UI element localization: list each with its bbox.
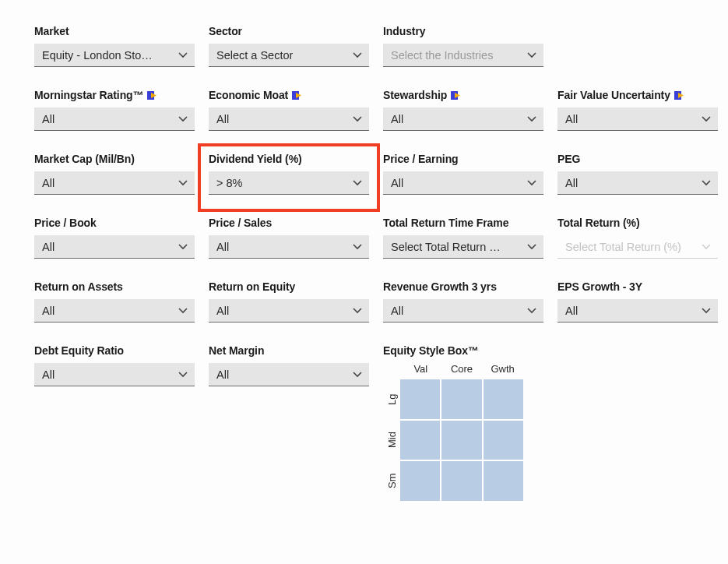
field-label-text: Net Margin bbox=[209, 344, 264, 357]
chevron-down-icon bbox=[352, 243, 363, 251]
price-book-select[interactable]: All bbox=[34, 235, 195, 259]
economic-moat-select[interactable]: All bbox=[209, 108, 369, 131]
field-total-return-timeframe: Total Return Time FrameSelect Total Retu… bbox=[383, 217, 543, 259]
field-sector: SectorSelect a Sector bbox=[209, 25, 369, 67]
field-market: MarketEquity - London Sto… bbox=[34, 25, 195, 67]
filter-grid: MarketEquity - London Sto…SectorSelect a… bbox=[34, 25, 694, 501]
sector-select[interactable]: Select a Sector bbox=[209, 44, 369, 67]
field-label-text: EPS Growth - 3Y bbox=[557, 280, 642, 293]
style-box-cell-mid-gwth[interactable] bbox=[484, 421, 523, 460]
field-label-text: Return on Assets bbox=[34, 280, 123, 293]
field-label-text: Market Cap (Mil/Bn) bbox=[34, 153, 135, 165]
field-label: Morningstar Rating™ bbox=[34, 89, 195, 101]
chevron-down-icon bbox=[526, 307, 537, 315]
style-box-cell-mid-val[interactable] bbox=[400, 421, 440, 460]
select-value: All bbox=[42, 177, 55, 189]
field-label: Total Return (%) bbox=[557, 217, 718, 229]
stewardship-select[interactable]: All bbox=[383, 108, 543, 131]
field-label: Fair Value Uncertainty bbox=[557, 89, 718, 101]
market-cap-select[interactable]: All bbox=[34, 171, 195, 195]
morningstar-rating-select[interactable]: All bbox=[34, 108, 195, 131]
select-value: All bbox=[216, 305, 229, 317]
revenue-growth-select[interactable]: All bbox=[383, 299, 543, 323]
field-label: Market Cap (Mil/Bn) bbox=[34, 153, 195, 165]
chevron-down-icon bbox=[701, 307, 712, 315]
select-value: All bbox=[565, 113, 578, 125]
style-box: ValCoreGwthLgMidSm bbox=[383, 363, 523, 501]
field-morningstar-rating: Morningstar Rating™All bbox=[34, 89, 195, 131]
style-box-row-header: Lg bbox=[383, 379, 400, 420]
chevron-down-icon bbox=[178, 243, 188, 251]
field-return-on-assets: Return on AssetsAll bbox=[34, 280, 195, 323]
chevron-down-icon bbox=[352, 51, 363, 59]
style-box-cell-lg-core[interactable] bbox=[441, 379, 481, 419]
dividend-yield-select[interactable]: > 8% bbox=[209, 171, 369, 195]
field-label: Return on Equity bbox=[209, 280, 369, 293]
field-label: Equity Style Box™ bbox=[383, 344, 543, 357]
field-label-text: PEG bbox=[557, 153, 580, 165]
peg-select[interactable]: All bbox=[557, 171, 718, 195]
field-price-earning: Price / EarningAll bbox=[383, 153, 543, 195]
field-return-on-equity: Return on EquityAll bbox=[209, 280, 369, 323]
field-label-text: Price / Earning bbox=[383, 153, 459, 165]
field-label: Price / Earning bbox=[383, 153, 543, 165]
chevron-down-icon bbox=[526, 51, 537, 59]
field-economic-moat: Economic MoatAll bbox=[209, 89, 369, 131]
field-revenue-growth: Revenue Growth 3 yrsAll bbox=[383, 280, 543, 323]
market-select[interactable]: Equity - London Sto… bbox=[34, 44, 195, 67]
style-box-grid bbox=[400, 379, 523, 501]
debt-equity-select[interactable]: All bbox=[34, 363, 195, 386]
style-box-cell-sm-core[interactable] bbox=[441, 461, 481, 501]
field-label-text: Sector bbox=[209, 25, 242, 37]
return-on-assets-select[interactable]: All bbox=[34, 299, 195, 323]
industry-select[interactable]: Select the Industries bbox=[383, 44, 543, 67]
field-peg: PEGAll bbox=[557, 153, 718, 195]
premium-icon bbox=[674, 91, 684, 100]
field-label-text: Equity Style Box™ bbox=[383, 344, 479, 357]
chevron-down-icon bbox=[178, 307, 188, 315]
field-label: Economic Moat bbox=[209, 89, 369, 101]
field-label: Net Margin bbox=[209, 344, 369, 357]
return-on-equity-select[interactable]: All bbox=[209, 299, 369, 323]
field-label: Revenue Growth 3 yrs bbox=[383, 280, 543, 293]
chevron-down-icon bbox=[178, 371, 188, 379]
field-label: Dividend Yield (%) bbox=[209, 153, 369, 165]
chevron-down-icon bbox=[701, 115, 712, 123]
total-return-timeframe-select[interactable]: Select Total Return … bbox=[383, 235, 543, 259]
style-box-cell-lg-gwth[interactable] bbox=[484, 379, 523, 419]
price-sales-select[interactable]: All bbox=[209, 235, 369, 259]
style-box-cell-sm-gwth[interactable] bbox=[484, 461, 523, 501]
field-label-text: Revenue Growth 3 yrs bbox=[383, 280, 497, 293]
select-value: Select the Industries bbox=[391, 49, 493, 62]
select-value: All bbox=[216, 368, 229, 381]
field-label: PEG bbox=[557, 153, 718, 165]
field-label-text: Price / Book bbox=[34, 217, 97, 229]
field-label: Return on Assets bbox=[34, 280, 195, 293]
select-value: All bbox=[391, 177, 403, 189]
field-label-text: Industry bbox=[383, 25, 425, 37]
select-value: All bbox=[42, 305, 55, 317]
field-equity-style-box: Equity Style Box™ValCoreGwthLgMidSm bbox=[383, 344, 543, 501]
select-value: Equity - London Sto… bbox=[42, 49, 153, 62]
field-label-text: Return on Equity bbox=[209, 280, 295, 293]
grid-spacer bbox=[557, 25, 718, 67]
select-value: All bbox=[216, 241, 229, 253]
select-value: All bbox=[42, 113, 55, 125]
field-label-text: Dividend Yield (%) bbox=[209, 153, 302, 165]
style-box-cell-mid-core[interactable] bbox=[441, 421, 481, 460]
premium-icon bbox=[292, 91, 302, 100]
style-box-cell-sm-val[interactable] bbox=[400, 461, 440, 501]
field-label: Total Return Time Frame bbox=[383, 217, 543, 229]
chevron-down-icon bbox=[178, 115, 188, 123]
style-box-col-header: Core bbox=[441, 363, 483, 375]
field-label-text: Debt Equity Ratio bbox=[34, 344, 124, 357]
select-value: All bbox=[391, 305, 403, 317]
style-box-cell-lg-val[interactable] bbox=[400, 379, 440, 419]
price-earning-select[interactable]: All bbox=[383, 171, 543, 195]
field-debt-equity: Debt Equity RatioAll bbox=[34, 344, 195, 501]
chevron-down-icon bbox=[526, 243, 537, 251]
field-label: EPS Growth - 3Y bbox=[557, 280, 718, 293]
net-margin-select[interactable]: All bbox=[209, 363, 369, 386]
fair-value-uncertainty-select[interactable]: All bbox=[557, 108, 718, 131]
eps-growth-select[interactable]: All bbox=[557, 299, 718, 323]
